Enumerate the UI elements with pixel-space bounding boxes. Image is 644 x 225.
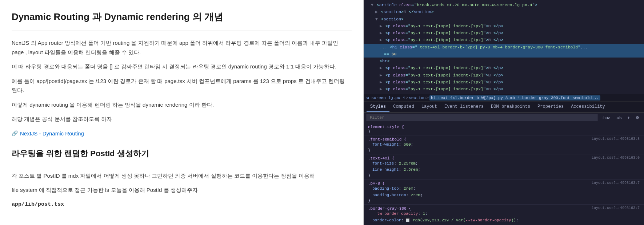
- devtools-tabs: Styles Computed Layout Event listeners D…: [364, 102, 644, 112]
- style-close: }: [368, 173, 640, 178]
- style-close: }: [368, 148, 640, 153]
- main-title: Dynamic Routing 과 Dynamic rendering 의 개념: [12, 9, 352, 31]
- filter-bar: :hov .cls + ⚙: [364, 112, 644, 123]
- settings-icon[interactable]: ⚙: [634, 114, 641, 121]
- dom-line[interactable]: ▶ <p class="py-1 text-[18px] indent-[1px…: [364, 86, 644, 92]
- breadcrumb-item-2[interactable]: section: [409, 96, 425, 100]
- devtools-panel: ▼ <article class="break-words mt-20 mx-a…: [364, 0, 644, 225]
- style-rule-text-4xl: .text-4xl { layout.css?…:4998163:0 font-…: [364, 154, 644, 179]
- tab-computed[interactable]: Computed: [389, 102, 418, 112]
- dom-line[interactable]: ▶ <p class="py-1 text-[18px] indent-[1px…: [364, 29, 644, 36]
- dom-line[interactable]: ▶ <p class="py-1 text-[18px] indent-[1px…: [364, 72, 644, 79]
- style-property: padding-bottom: 2rem;: [368, 192, 640, 199]
- code-filename: app/lib/post.tsx: [12, 200, 352, 209]
- section-paragraph-2: file system 에 직접적으로 접근 가능한 fs 모듈을 이용해 Po…: [12, 185, 352, 195]
- paragraph-1: NextJS 의 App router 방식에선 폴더 기반 routing 을…: [12, 38, 352, 57]
- styles-panel: element.style { } .font-semibold { layou…: [364, 123, 644, 225]
- hov-button[interactable]: :hov: [600, 114, 612, 121]
- dom-dollar-zero: == $0: [364, 51, 644, 58]
- section-paragraph-1: 각 포스트 별 PostID 를 mdx 파일에서 어떻게 생성 못하나 고민하…: [12, 171, 352, 181]
- breadcrumb: w-screen-lg.px-4 > section > h1.text-4xl…: [364, 94, 644, 102]
- style-rule-element: element.style { }: [364, 123, 644, 135]
- style-property: font-size: 2.25rem;: [368, 161, 640, 167]
- tab-properties[interactable]: Properties: [534, 102, 567, 112]
- paragraph-5: 해당 개념은 공식 문서를 참조하도록 하자: [12, 114, 352, 124]
- style-property: border-color: rgb(209,213,219 / var(--tw…: [368, 217, 640, 224]
- tab-styles[interactable]: Styles: [367, 102, 389, 112]
- filter-input[interactable]: [367, 114, 597, 121]
- add-rule-button[interactable]: +: [626, 114, 632, 121]
- cls-button[interactable]: .cls: [614, 114, 624, 121]
- content-panel: Dynamic Routing 과 Dynamic rendering 의 개념…: [0, 0, 364, 225]
- style-property: line-height: 2.5rem;: [368, 167, 640, 173]
- dom-line[interactable]: ▶ <p class="py-1 text-[18px] indent-[1px…: [364, 36, 644, 43]
- tab-accessibility[interactable]: Accessibility: [567, 102, 609, 112]
- paragraph-2: 이 때 라우팅 경로와 대응되는 폴더 명을 [] 로 감싸주면 런타임 시 결…: [12, 62, 352, 71]
- paragraph-4: 이렇게 dynamic routing 을 이용해 렌더링 하는 방식을 dyn…: [12, 100, 352, 110]
- tab-dom-breakpoints[interactable]: DOM breakpoints: [487, 102, 534, 112]
- dom-line[interactable]: ▼ <section>: [364, 16, 644, 23]
- link-text: NextJS - Dynamic Routing: [20, 129, 84, 138]
- style-property: --tw-border-opacity: 1;: [368, 211, 640, 217]
- dom-tree: ▼ <article class="break-words mt-20 mx-a…: [364, 0, 644, 94]
- style-rule-font-semibold: .font-semibold { layout.css?…:4998163:8 …: [364, 135, 644, 154]
- tab-layout[interactable]: Layout: [418, 102, 441, 112]
- dom-line[interactable]: ▼ <article class="break-words mt-20 mx-a…: [364, 1, 644, 8]
- style-selector-row: .font-semibold { layout.css?…:4998163:8: [368, 137, 640, 142]
- dom-line[interactable]: ▶ <section>⊡ </section>: [364, 8, 644, 15]
- dom-line[interactable]: ▶ <p class="py-1 text-[18px] indent-[1px…: [364, 79, 644, 86]
- style-property: padding-top: 2rem;: [368, 186, 640, 192]
- style-selector-row: .border-gray-300 { layout.css?…:4998163:…: [368, 206, 640, 211]
- nextjs-link[interactable]: 🔗 NextJS - Dynamic Routing: [12, 129, 352, 138]
- link-icon: 🔗: [12, 129, 18, 138]
- style-rule-py-8: .py-8 { layout.css?…:4998163:7 padding-t…: [364, 179, 644, 205]
- paragraph-3: 예를 들어 app/[postId]/page.tsx 는 /123 이란 경로…: [12, 76, 352, 95]
- tab-event-listeners[interactable]: Event listeners: [441, 102, 487, 112]
- style-selector-row: .py-8 { layout.css?…:4998163:7: [368, 181, 640, 186]
- breadcrumb-item-1[interactable]: w-screen-lg.px-4: [367, 96, 405, 100]
- style-rule-border-gray: .border-gray-300 { layout.css?…:4998163:…: [364, 205, 644, 225]
- dom-line[interactable]: ▶ <p class="py-1 text-[18px] indent-[1px…: [364, 64, 644, 71]
- style-close: }: [368, 198, 640, 203]
- filter-controls: :hov .cls + ⚙: [600, 114, 641, 121]
- dom-line[interactable]: ▶ <p class="py-1 text-[18px] indent-[1px…: [364, 23, 644, 29]
- section-title: 라우팅을 위한 랜덤한 PostId 생성하기: [12, 147, 352, 165]
- dom-line-selected[interactable]: ... <h1 class=" text-4xl border-b-[2px] …: [364, 44, 644, 51]
- style-close: }: [368, 129, 640, 134]
- dom-line[interactable]: <hr>: [364, 58, 644, 64]
- style-selector-row: .text-4xl { layout.css?…:4998163:0: [368, 156, 640, 161]
- style-property: font-weight: 600;: [368, 142, 640, 148]
- breadcrumb-item-active[interactable]: h1.text-4xl.border-b-W[2px].py-8.mb-4.bo…: [429, 95, 600, 100]
- style-selector: element.style {: [368, 125, 640, 129]
